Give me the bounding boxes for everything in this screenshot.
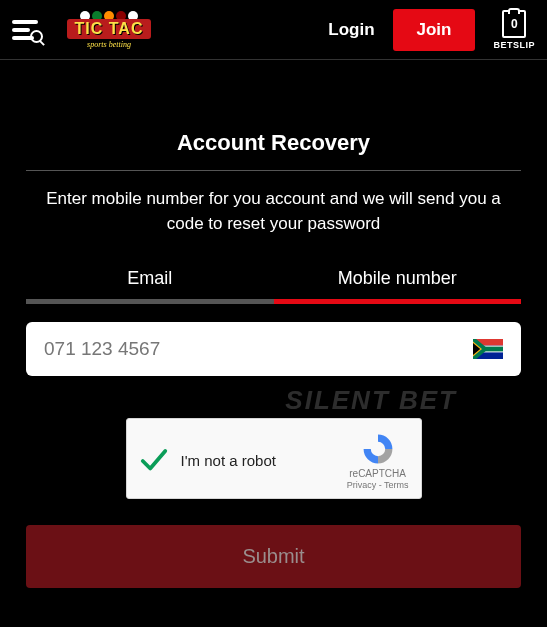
logo-text: TIC TAC [67, 19, 152, 39]
flag-icon [473, 339, 503, 359]
captcha-container: I'm not a robot reCAPTCHA Privacy - Term… [26, 418, 521, 499]
submit-button[interactable]: Submit [26, 525, 521, 588]
phone-input-row [26, 322, 521, 376]
header-right: Login Join 0 BETSLIP [328, 9, 535, 51]
join-button[interactable]: Join [393, 9, 476, 51]
page-title: Account Recovery [26, 130, 521, 171]
logo-subtitle: sports betting [87, 40, 131, 49]
captcha-brand: reCAPTCHA [349, 468, 406, 479]
recovery-tabs: Email Mobile number [26, 260, 521, 304]
tab-email[interactable]: Email [26, 260, 274, 304]
phone-input[interactable] [44, 338, 465, 360]
content: Account Recovery Enter mobile number for… [0, 60, 547, 588]
betslip-count: 0 [511, 17, 518, 31]
betslip-icon: 0 [502, 10, 526, 38]
betslip-button[interactable]: 0 BETSLIP [493, 10, 535, 50]
login-link[interactable]: Login [328, 20, 374, 40]
tab-mobile[interactable]: Mobile number [274, 260, 522, 304]
captcha-label: I'm not a robot [181, 452, 347, 469]
captcha-branding: reCAPTCHA Privacy - Terms [347, 431, 409, 490]
captcha-terms[interactable]: Privacy - Terms [347, 480, 409, 490]
recaptcha-widget[interactable]: I'm not a robot reCAPTCHA Privacy - Term… [126, 418, 422, 499]
recaptcha-icon [360, 431, 396, 467]
betslip-label: BETSLIP [493, 40, 535, 50]
header-left: TIC TAC sports betting [12, 8, 164, 52]
instruction-text: Enter mobile number for you account and … [26, 171, 521, 260]
checkmark-icon [139, 446, 169, 476]
menu-search-icon[interactable] [12, 20, 38, 40]
brand-logo[interactable]: TIC TAC sports betting [54, 8, 164, 52]
header: TIC TAC sports betting Login Join 0 BETS… [0, 0, 547, 60]
